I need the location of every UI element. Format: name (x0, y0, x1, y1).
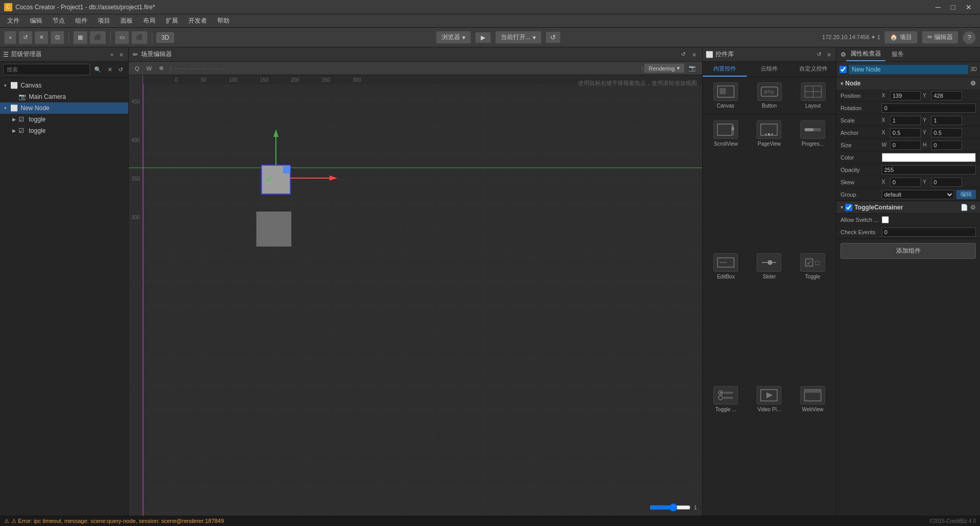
add-component-button[interactable]: 添加组件 (841, 243, 976, 259)
open-button[interactable]: 当前打开... ▾ (495, 31, 541, 44)
close-scene-button[interactable]: ✕ (34, 31, 48, 44)
comp-layout[interactable]: Layout (791, 78, 835, 113)
size-w-input[interactable] (890, 141, 921, 150)
editor-button[interactable]: ✏ 编辑器 (922, 31, 958, 44)
comp-togglegroup[interactable]: Toggle ... (705, 382, 747, 514)
add-button[interactable]: + (4, 31, 16, 44)
refresh-button[interactable]: ↺ (546, 31, 561, 43)
search-refresh-btn[interactable]: ↺ (116, 65, 125, 74)
props-inspector-tab[interactable]: 属性检查器 (846, 47, 885, 61)
toggle2-icon: ☑ (19, 127, 27, 134)
menu-layout[interactable]: 布局 (138, 15, 161, 26)
node-settings-icon[interactable]: ⚙ (970, 80, 976, 87)
minimize-button[interactable]: ─ (932, 2, 945, 12)
3d-toggle[interactable]: 3D (156, 32, 173, 43)
scene-zoom-slider[interactable] (650, 503, 691, 512)
comp-progress[interactable]: Progres... (792, 116, 834, 248)
scene-tool-w[interactable]: W (144, 64, 155, 73)
props-service-tab[interactable]: 服务 (885, 48, 910, 61)
rendering-button[interactable]: Rendering ▾ (644, 63, 685, 73)
group-select[interactable]: default (882, 190, 954, 199)
comp-video[interactable]: Video Pl... (748, 382, 790, 514)
opacity-input[interactable] (882, 165, 976, 174)
toggle-container-gear-icon[interactable]: ⚙ (970, 204, 976, 211)
tab-custom[interactable]: 自定义控件 (792, 62, 836, 77)
comp-webview[interactable]: e WebView (792, 382, 834, 514)
skew-x-input[interactable] (890, 178, 921, 187)
tree-item-canvas[interactable]: ▾ ⬜ Canvas (0, 80, 128, 91)
menu-help[interactable]: 帮助 (212, 15, 235, 26)
fill-button[interactable]: ⬛ (131, 31, 148, 44)
maximize-panel-button[interactable]: ⊡ (50, 31, 64, 44)
comp-scrollview[interactable]: ScrollView (705, 116, 747, 248)
comp-slider[interactable]: Slider (748, 249, 790, 381)
anchor-y-input[interactable] (931, 128, 962, 137)
chart-button[interactable]: ▦ (73, 31, 87, 44)
browser-arrow-icon: ▾ (462, 34, 465, 41)
toggle-container-header[interactable]: ▾ ToggleContainer 📄 ⚙ (836, 201, 980, 214)
tab-cloud[interactable]: 云组件 (747, 62, 791, 77)
browser-button[interactable]: 浏览器 ▾ (436, 31, 471, 44)
tree-item-main-camera[interactable]: 📷 Main Camera (8, 91, 128, 102)
menu-developer[interactable]: 开发者 (183, 15, 212, 26)
rotation-value (882, 103, 976, 113)
menu-component[interactable]: 组件 (70, 15, 93, 26)
hierarchy-add-btn[interactable]: + (108, 50, 115, 59)
maximize-button[interactable]: □ (947, 2, 959, 12)
comp-lib-refresh-btn[interactable]: ↺ (815, 50, 824, 59)
node-active-checkbox[interactable] (839, 66, 847, 73)
comp-canvas[interactable]: Canvas (704, 78, 747, 113)
color-picker[interactable] (882, 153, 976, 162)
scene-menu-btn[interactable]: ≡ (691, 50, 698, 59)
tree-item-toggle2[interactable]: ▶ ☑ toggle (8, 125, 128, 136)
hierarchy-menu-btn[interactable]: ≡ (118, 50, 125, 59)
record-button[interactable]: ⬛ (90, 31, 106, 44)
comp-editbox[interactable]: EditBox (705, 249, 747, 381)
comp-button[interactable]: BTN Button (747, 78, 791, 113)
position-y-input[interactable] (931, 91, 962, 100)
play-button[interactable]: ▶ (475, 32, 491, 43)
rotation-input[interactable] (882, 103, 976, 113)
comp-lib-menu-btn[interactable]: ≡ (826, 50, 833, 59)
project-button[interactable]: 🏠 项目 (884, 31, 917, 44)
scale-x-input[interactable] (890, 116, 921, 125)
statusbar: ⚠ ⚠ Error: ipc timeout, message: scene:q… (0, 516, 980, 526)
scene-refresh-btn[interactable]: ↺ (679, 50, 688, 59)
toggle-container-active[interactable] (845, 204, 852, 211)
menu-panel[interactable]: 面板 (115, 15, 138, 26)
menu-file[interactable]: 文件 (2, 15, 25, 26)
tree-item-toggle1[interactable]: ▶ ☑ toggle (8, 114, 128, 125)
allow-switch-checkbox[interactable] (882, 216, 889, 223)
search-button[interactable]: 🔍 (92, 65, 103, 74)
skew-y-input[interactable] (931, 178, 962, 187)
scene-tool-zoom-in[interactable]: ⊕ (156, 64, 167, 73)
node-section-header[interactable]: ▾ Node ⚙ (836, 77, 980, 90)
position-x-input[interactable] (890, 91, 921, 100)
help-button[interactable]: ? (962, 31, 976, 44)
canvas-comp-icon (713, 82, 738, 101)
tab-builtin[interactable]: 内置控件 (703, 62, 747, 77)
anchor-x-input[interactable] (890, 128, 921, 137)
group-edit-btn[interactable]: 编辑 (956, 190, 976, 199)
scale-y-input[interactable] (931, 116, 962, 125)
camera-icon-btn[interactable]: 📷 (686, 64, 699, 73)
menu-edit[interactable]: 编辑 (25, 15, 47, 26)
rect-button[interactable]: ▭ (115, 31, 129, 44)
comp-pageview[interactable]: PageView (748, 116, 790, 248)
menu-project[interactable]: 项目 (93, 15, 115, 26)
close-button[interactable]: ✕ (961, 2, 976, 12)
scene-tool-q[interactable]: Q (132, 64, 143, 73)
size-h-input[interactable] (931, 141, 962, 150)
scene-view[interactable]: 使用鼠标右键平移视窗焦点，使用滚轮缩放视图 (129, 75, 702, 516)
props-gear-icon: ⚙ (841, 51, 846, 58)
refresh-scene-button[interactable]: ↺ (19, 31, 32, 44)
check-events-input[interactable] (882, 227, 976, 237)
hierarchy-search-input[interactable] (3, 64, 90, 75)
search-close-btn[interactable]: ✕ (106, 65, 114, 74)
comp-toggle[interactable]: ✓☐ Toggle (792, 249, 834, 381)
center-panel: ✏ 场景编辑器 ↺ ≡ Q W ⊕ | — — — — — — — — | Re… (129, 47, 702, 516)
menu-node[interactable]: 节点 (47, 15, 70, 26)
menu-extend[interactable]: 扩展 (161, 15, 183, 26)
node-name-input[interactable] (849, 65, 968, 74)
tree-item-new-node[interactable]: ▾ ⬜ New Node (0, 102, 128, 114)
